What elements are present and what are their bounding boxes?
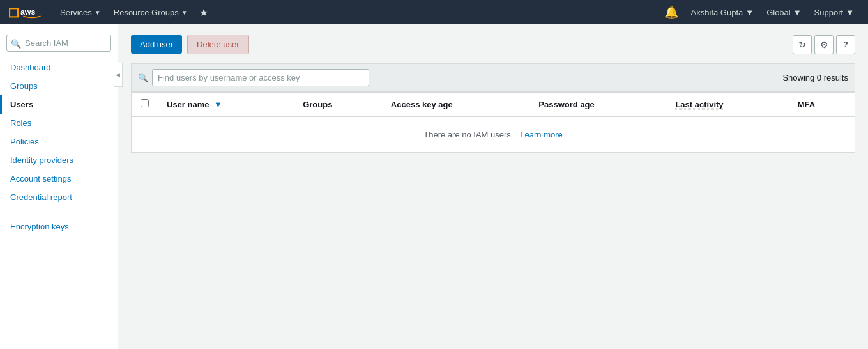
- sidebar-item-credential-report[interactable]: Credential report: [0, 188, 118, 206]
- nav-resource-groups[interactable]: Resource Groups ▼: [107, 0, 194, 24]
- sidebar-link-policies[interactable]: Policies: [0, 132, 118, 151]
- svg-text:aws: aws: [20, 8, 35, 17]
- toolbar-actions: Add user Delete user: [131, 35, 249, 54]
- nav-services[interactable]: Services ▼: [54, 0, 107, 24]
- sidebar-bottom-navigation: Encryption keys: [0, 217, 118, 236]
- sidebar-item-dashboard[interactable]: Dashboard: [0, 58, 118, 77]
- top-navigation: ◻ aws Services ▼ Resource Groups ▼ ★ 🔔 A…: [0, 0, 868, 24]
- sidebar-link-dashboard[interactable]: Dashboard: [0, 58, 118, 77]
- sidebar: 🔍 Dashboard Groups Users Roles Policies …: [0, 24, 118, 349]
- nav-user-menu[interactable]: Akshita Gupta ▼: [685, 8, 761, 17]
- services-caret-icon: ▼: [95, 9, 101, 16]
- main-toolbar: Add user Delete user ↻ ⚙ ?: [131, 35, 855, 54]
- sidebar-link-groups[interactable]: Groups: [0, 77, 118, 95]
- sidebar-divider: [0, 212, 118, 212]
- col-header-last-activity: Last activity: [666, 93, 788, 117]
- col-header-username[interactable]: User name ▼: [158, 93, 294, 117]
- main-content: Add user Delete user ↻ ⚙ ? 🔍 Showing 0 r…: [118, 24, 868, 349]
- page-layout: 🔍 Dashboard Groups Users Roles Policies …: [0, 24, 868, 349]
- sidebar-item-policies[interactable]: Policies: [0, 132, 118, 151]
- sidebar-search-icon: 🔍: [11, 38, 21, 48]
- user-menu-caret-icon: ▼: [745, 8, 754, 17]
- resource-groups-caret-icon: ▼: [181, 9, 188, 16]
- filter-search-container: 🔍: [138, 69, 782, 86]
- col-header-mfa: MFA: [789, 93, 855, 117]
- sidebar-link-roles[interactable]: Roles: [0, 114, 118, 132]
- aws-wordmark: aws: [20, 5, 43, 19]
- col-header-password-age: Password age: [529, 93, 666, 117]
- sidebar-item-account-settings[interactable]: Account settings: [0, 169, 118, 188]
- table-header-row: User name ▼ Groups Access key age Passwo…: [132, 93, 855, 117]
- sidebar-item-identity-providers[interactable]: Identity providers: [0, 151, 118, 169]
- table-empty-row: There are no IAM users. Learn more: [132, 116, 855, 153]
- add-user-button[interactable]: Add user: [131, 35, 182, 54]
- sidebar-link-encryption-keys[interactable]: Encryption keys: [0, 217, 118, 236]
- aws-logo-icon: ◻: [8, 5, 19, 19]
- nav-bell-icon[interactable]: 🔔: [658, 5, 685, 19]
- sidebar-navigation: Dashboard Groups Users Roles Policies Id…: [0, 58, 118, 206]
- sidebar-collapse-button[interactable]: ◀: [114, 63, 123, 87]
- users-table: User name ▼ Groups Access key age Passwo…: [131, 92, 855, 153]
- sidebar-item-encryption-keys[interactable]: Encryption keys: [0, 217, 118, 236]
- support-caret-icon: ▼: [846, 8, 854, 17]
- settings-button[interactable]: ⚙: [814, 35, 834, 54]
- empty-message-text: There are no IAM users.: [423, 130, 513, 139]
- col-header-groups: Groups: [294, 93, 382, 117]
- filter-search-icon: 🔍: [138, 73, 148, 82]
- nav-support-menu[interactable]: Support ▼: [808, 8, 860, 17]
- help-button[interactable]: ?: [836, 35, 855, 54]
- table-select-all-header: [132, 93, 158, 117]
- col-header-access-key-age: Access key age: [382, 93, 530, 117]
- learn-more-link[interactable]: Learn more: [520, 130, 562, 139]
- sidebar-item-groups[interactable]: Groups: [0, 77, 118, 95]
- nav-favorites-icon[interactable]: ★: [194, 6, 213, 19]
- delete-user-button[interactable]: Delete user: [187, 35, 248, 54]
- results-count: Showing 0 results: [782, 73, 848, 82]
- sidebar-link-users[interactable]: Users: [0, 95, 118, 114]
- region-caret-icon: ▼: [793, 8, 802, 17]
- sidebar-link-credential-report[interactable]: Credential report: [0, 188, 118, 206]
- username-sort-icon: ▼: [214, 100, 222, 109]
- sidebar-search-container: 🔍: [6, 35, 111, 52]
- search-input[interactable]: [6, 35, 111, 52]
- sidebar-link-identity-providers[interactable]: Identity providers: [0, 151, 118, 169]
- aws-logo: ◻ aws: [8, 5, 43, 19]
- nav-region-menu[interactable]: Global ▼: [760, 8, 807, 17]
- refresh-button[interactable]: ↻: [793, 35, 812, 54]
- toolbar-icons: ↻ ⚙ ?: [793, 35, 855, 54]
- sidebar-item-roles[interactable]: Roles: [0, 114, 118, 132]
- user-search-input[interactable]: [152, 69, 369, 86]
- filter-bar: 🔍 Showing 0 results: [131, 63, 855, 92]
- sidebar-item-users[interactable]: Users: [0, 95, 118, 114]
- empty-message-cell: There are no IAM users. Learn more: [132, 116, 855, 153]
- sidebar-link-account-settings[interactable]: Account settings: [0, 169, 118, 188]
- select-all-checkbox[interactable]: [141, 99, 149, 107]
